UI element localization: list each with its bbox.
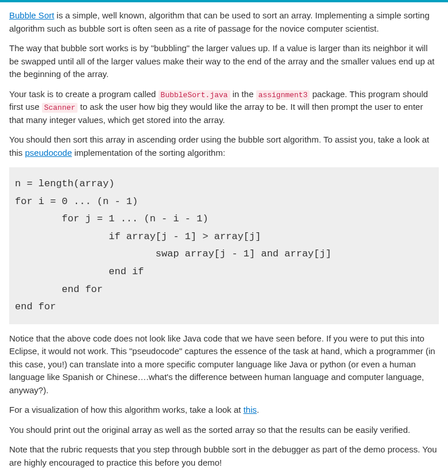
visualization-paragraph: For a visualization of how this algorith… <box>9 404 439 417</box>
code-scanner: Scanner <box>42 103 78 113</box>
intro-rest: is a simple, well known, algorithm that … <box>9 10 430 33</box>
printout-paragraph: You should print out the original array … <box>9 424 439 437</box>
intro-paragraph: Bubble Sort is a simple, well known, alg… <box>9 9 439 35</box>
task-text-1: Your task is to create a program called <box>9 89 159 99</box>
pseudocode-block: n = length(array) for i = 0 ... (n - 1) … <box>9 167 439 324</box>
visualization-link[interactable]: this <box>244 405 257 414</box>
pseudocode-link[interactable]: pseudocode <box>25 148 72 158</box>
how-it-works-paragraph: The way that bubble sort works is by "bu… <box>9 42 439 81</box>
rubric-paragraph: Note that the rubric requests that you s… <box>9 443 439 469</box>
task-paragraph: Your task is to create a program called … <box>9 88 439 127</box>
bubble-sort-link[interactable]: Bubble Sort <box>9 10 54 20</box>
pseudocode-intro-paragraph: You should then sort this array in ascen… <box>9 133 439 159</box>
code-bubblesort-java: BubbleSort.java <box>159 90 230 100</box>
viz-before: For a visualization of how this algorith… <box>9 405 244 414</box>
code-assignment3: assignment3 <box>256 90 310 100</box>
notice-paragraph: Notice that the above code does not look… <box>9 332 439 397</box>
pseudo-intro-after: implementation of the sorting algorithm: <box>72 148 225 158</box>
viz-after: . <box>257 405 259 414</box>
task-text-2: in the <box>230 89 256 99</box>
